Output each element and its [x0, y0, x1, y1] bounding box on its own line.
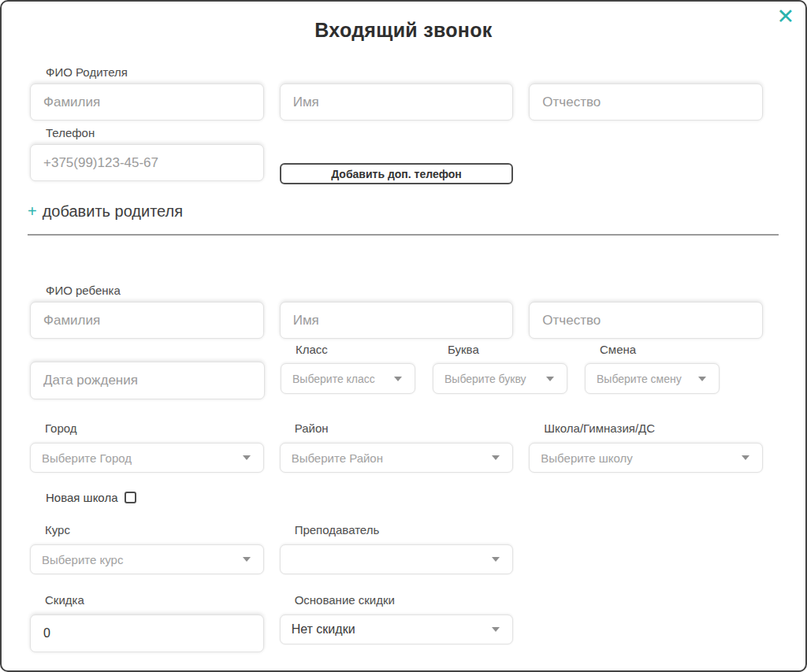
shift-select[interactable]: Выберите смену: [585, 363, 720, 394]
course-row-spacer: [529, 523, 763, 574]
class-select-value: Выберите класс: [292, 373, 375, 385]
course-label: Курс: [45, 523, 264, 536]
school-group: Школа/Гимназия/ДС Выберите школу: [529, 421, 763, 473]
phone-row: Добавить доп. телефон: [30, 144, 763, 184]
class-group: Класс Выберите класс: [281, 339, 415, 399]
child-fio-label: ФИО ребенка: [46, 284, 763, 297]
school-select-value: Выберите школу: [541, 451, 633, 465]
letter-select[interactable]: Выберите букву: [433, 363, 567, 394]
city-select-value: Выберите Город: [42, 451, 132, 465]
modal-title: Входящий звонок: [2, 19, 805, 42]
section-divider: [28, 234, 779, 236]
city-select[interactable]: Выберите Город: [30, 443, 264, 473]
course-select[interactable]: Выберите курс: [30, 544, 264, 574]
add-phone-button[interactable]: Добавить доп. телефон: [280, 163, 514, 184]
birthdate-cell: [30, 339, 265, 399]
add-parent-label: добавить родителя: [43, 202, 183, 220]
shift-group: Смена Выберите смену: [585, 339, 720, 399]
chevron-down-icon: [243, 557, 251, 562]
birth-date-input[interactable]: [30, 362, 265, 399]
child-first-name-input[interactable]: [280, 302, 514, 339]
class-label: Класс: [296, 343, 415, 356]
discount-input[interactable]: [30, 614, 264, 652]
phone-input[interactable]: [30, 144, 264, 181]
child-fio-row: [30, 302, 763, 339]
phone-row-spacer: [529, 144, 763, 184]
district-group: Район Выберите Район: [280, 421, 514, 473]
chevron-down-icon: [394, 377, 402, 381]
plus-icon: +: [28, 202, 37, 220]
letter-select-value: Выберите букву: [444, 373, 526, 385]
modal-content: ФИО Родителя Телефон Добавить доп. телеф…: [2, 65, 805, 652]
discount-reason-label: Основание скидки: [295, 593, 514, 607]
chevron-down-icon: [698, 377, 706, 381]
city-district-school-row: Город Выберите Город Район Выберите Райо…: [30, 421, 763, 473]
discount-reason-select-value: Нет скидки: [292, 622, 355, 637]
course-group: Курс Выберите курс: [30, 523, 264, 574]
parent-first-name-input[interactable]: [280, 84, 514, 121]
incoming-call-modal: ✕ Входящий звонок ФИО Родителя Телефон Д…: [0, 0, 807, 672]
parent-fio-row: [30, 84, 763, 121]
birthdate-class-row: Класс Выберите класс Буква Выберите букв…: [30, 339, 763, 399]
parent-last-name-input[interactable]: [30, 84, 264, 121]
new-school-row: Новая школа: [46, 491, 763, 504]
school-label: Школа/Гимназия/ДС: [544, 421, 763, 435]
letter-label: Буква: [448, 343, 567, 356]
school-select[interactable]: Выберите школу: [529, 443, 763, 473]
add-phone-wrap: Добавить доп. телефон: [280, 144, 514, 184]
teacher-label: Преподаватель: [295, 523, 514, 536]
discount-reason-select[interactable]: Нет скидки: [280, 614, 514, 644]
discount-group: Скидка: [30, 593, 264, 652]
chevron-down-icon: [243, 455, 251, 460]
chevron-down-icon: [492, 455, 500, 460]
chevron-down-icon: [742, 455, 749, 460]
course-select-value: Выберите курс: [42, 553, 123, 566]
close-icon[interactable]: ✕: [776, 6, 794, 28]
city-group: Город Выберите Город: [30, 421, 264, 473]
new-school-checkbox[interactable]: [125, 492, 136, 503]
district-label: Район: [295, 421, 514, 435]
child-middle-name-input[interactable]: [529, 302, 763, 339]
class-letter-shift-row: Класс Выберите класс Буква Выберите букв…: [281, 339, 763, 399]
teacher-select[interactable]: [280, 544, 514, 574]
phone-label: Телефон: [46, 126, 763, 139]
chevron-down-icon: [492, 557, 500, 562]
discount-reason-group: Основание скидки Нет скидки: [280, 593, 514, 652]
course-teacher-row: Курс Выберите курс Преподаватель: [30, 523, 763, 574]
city-label: Город: [45, 421, 264, 435]
letter-group: Буква Выберите букву: [433, 339, 567, 399]
add-parent-link[interactable]: +добавить родителя: [28, 202, 183, 221]
teacher-group: Преподаватель: [280, 523, 514, 574]
district-select-value: Выберите Район: [292, 451, 383, 465]
district-select[interactable]: Выберите Район: [280, 443, 514, 473]
shift-label: Смена: [600, 343, 720, 356]
discount-row: Скидка Основание скидки Нет скидки: [30, 593, 763, 652]
child-last-name-input[interactable]: [30, 302, 264, 339]
chevron-down-icon: [546, 377, 554, 381]
discount-row-spacer: [529, 593, 763, 652]
class-select[interactable]: Выберите класс: [281, 363, 415, 394]
new-school-label: Новая школа: [46, 491, 117, 504]
parent-middle-name-input[interactable]: [529, 84, 763, 121]
discount-label: Скидка: [45, 593, 264, 607]
chevron-down-icon: [492, 627, 500, 632]
parent-fio-label: ФИО Родителя: [46, 65, 763, 79]
shift-select-value: Выберите смену: [597, 373, 682, 385]
